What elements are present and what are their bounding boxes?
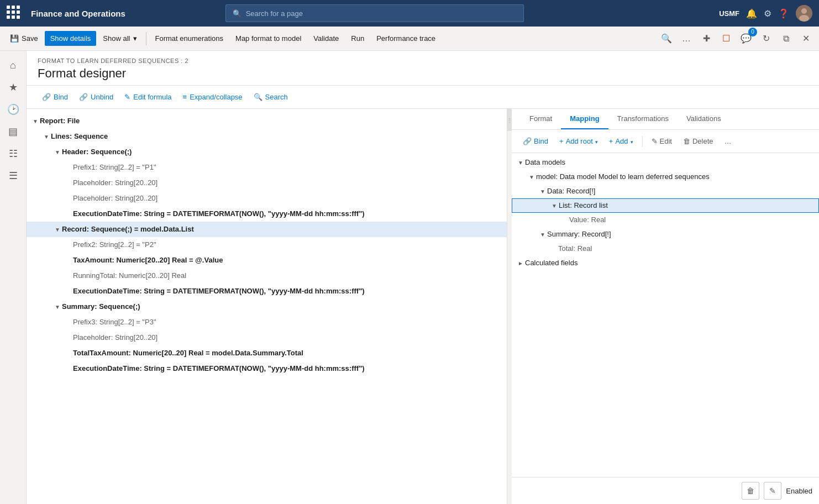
- notification-bell-icon[interactable]: 🔔: [746, 8, 757, 19]
- mapping-link-icon: 🔗: [523, 137, 532, 145]
- edit-formula-button[interactable]: ✎ Edit formula: [120, 90, 176, 104]
- refresh-icon[interactable]: ↻: [757, 30, 775, 48]
- sidebar-list-icon[interactable]: ☰: [3, 166, 23, 186]
- more-options-icon[interactable]: …: [678, 30, 695, 48]
- mapping-toggle-data-models[interactable]: ▼: [516, 158, 525, 167]
- validate-button[interactable]: Validate: [308, 31, 344, 46]
- tree-item-prefix3[interactable]: Prefix3: String[2..2] = "P3": [27, 314, 507, 330]
- puzzle-icon[interactable]: ✚: [697, 30, 715, 48]
- sidebar-favorites-icon[interactable]: ★: [3, 77, 23, 97]
- mapping-item-total-real[interactable]: Total: Real: [512, 242, 819, 256]
- mapping-add-label: Add: [615, 137, 628, 145]
- notifications-badge[interactable]: 💬 0: [737, 30, 755, 48]
- mapping-delete-button[interactable]: 🗑 Delete: [679, 134, 718, 148]
- user-avatar[interactable]: [796, 5, 812, 22]
- tree-toggle-record[interactable]: ▼: [53, 225, 62, 234]
- mapping-tree[interactable]: ▼ Data models ▼ model: Data model Model …: [512, 153, 819, 477]
- expand-collapse-button[interactable]: ≡ Expand/collapse: [179, 90, 247, 104]
- tree-item-execdt-summary[interactable]: ExecutionDateTime: String = DATETIMEFORM…: [27, 361, 507, 376]
- tree-item-execdt-header[interactable]: ExecutionDateTime: String = DATETIMEFORM…: [27, 206, 507, 222]
- open-new-icon[interactable]: ⧉: [777, 30, 795, 48]
- mapping-item-model[interactable]: ▼ model: Data model Model to learn defer…: [512, 170, 819, 184]
- global-search-input[interactable]: [246, 9, 517, 18]
- tree-item-report-file[interactable]: ▼ Report: File: [27, 113, 507, 129]
- search-designer-button[interactable]: 🔍 Search: [249, 90, 292, 104]
- tree-toggle-lines[interactable]: ▼: [42, 132, 51, 141]
- tree-item-lines-sequence[interactable]: ▼ Lines: Sequence: [27, 129, 507, 144]
- tab-validations[interactable]: Validations: [678, 109, 730, 129]
- svg-point-2: [799, 15, 809, 22]
- tab-mapping[interactable]: Mapping: [561, 109, 608, 129]
- show-all-label: Show all: [103, 34, 130, 43]
- format-enumerations-button[interactable]: Format enumerations: [150, 31, 229, 46]
- mapping-add-root-button[interactable]: + Add root: [555, 134, 602, 148]
- tree-toggle-totaltaxamount: [64, 349, 73, 358]
- close-icon[interactable]: ✕: [797, 30, 815, 48]
- toolbar-right-icons: 🔍 … ✚ ☐ 💬 0 ↻ ⧉ ✕: [658, 30, 815, 48]
- search-toolbar-icon[interactable]: 🔍: [658, 30, 675, 48]
- tab-format[interactable]: Format: [521, 109, 561, 129]
- sidebar-workspaces-icon[interactable]: ▤: [3, 122, 23, 141]
- save-button[interactable]: 💾 Save: [4, 31, 44, 46]
- tree-toggle-report[interactable]: ▼: [31, 117, 40, 125]
- mapping-toggle-calculated[interactable]: ►: [516, 259, 525, 267]
- mapping-item-list-record[interactable]: ▼ List: Record list: [512, 198, 819, 213]
- tree-item-taxamount[interactable]: TaxAmount: Numeric[20..20] Real = @.Valu…: [27, 253, 507, 268]
- tree-toggle-runningtotal: [64, 271, 73, 280]
- tree-label-report-file: Report: File: [40, 116, 80, 126]
- mapping-item-data-models[interactable]: ▼ Data models: [512, 155, 819, 170]
- mapping-label-total-real: Total: Real: [558, 244, 592, 254]
- tree-toggle-summary[interactable]: ▼: [53, 302, 62, 311]
- footer-edit-icon-button[interactable]: ✎: [764, 482, 781, 500]
- help-question-icon[interactable]: ❓: [778, 8, 789, 19]
- mapping-item-data-record[interactable]: ▼ Data: Record[!]: [512, 184, 819, 198]
- show-details-button[interactable]: Show details: [45, 31, 97, 46]
- mapping-toggle-list[interactable]: ▼: [550, 201, 559, 210]
- tree-item-record-sequence[interactable]: ▼ Record: Sequence(;) = model.Data.List: [27, 222, 507, 237]
- tree-item-prefix2[interactable]: Prefix2: String[2..2] = "P2": [27, 237, 507, 253]
- tree-item-header-sequence[interactable]: ▼ Header: Sequence(;): [27, 144, 507, 160]
- tab-transformations[interactable]: Transformations: [608, 109, 678, 129]
- performance-trace-button[interactable]: Performance trace: [371, 31, 441, 46]
- tree-toggle-placeholder2: [64, 194, 73, 203]
- mapping-item-value-real[interactable]: Value: Real: [512, 213, 819, 227]
- settings-gear-icon[interactable]: ⚙: [764, 8, 771, 19]
- split-drag-handle[interactable]: ⋮: [507, 109, 512, 131]
- map-format-to-model-button[interactable]: Map format to model: [230, 31, 307, 46]
- app-grid-icon[interactable]: [7, 6, 22, 21]
- mapping-toggle-data-record[interactable]: ▼: [538, 187, 547, 196]
- tree-item-placeholder-summary[interactable]: Placeholder: String[20..20]: [27, 330, 507, 345]
- sidebar-recent-icon[interactable]: 🕑: [3, 99, 23, 119]
- mapping-more-button[interactable]: …: [720, 134, 736, 148]
- validate-label: Validate: [313, 34, 339, 43]
- footer-delete-icon-button[interactable]: 🗑: [742, 482, 759, 500]
- unbind-button[interactable]: 🔗 Unbind: [75, 90, 118, 104]
- sidebar-home-icon[interactable]: ⌂: [3, 55, 23, 75]
- mapping-toggle-summary-record[interactable]: ▼: [538, 230, 547, 239]
- format-tree-pane[interactable]: ▼ Report: File ▼ Lines: Sequence ▼ Heade…: [27, 109, 507, 504]
- tree-item-placeholder2[interactable]: Placeholder: String[20..20]: [27, 191, 507, 206]
- tree-item-execdt-record[interactable]: ExecutionDateTime: String = DATETIMEFORM…: [27, 284, 507, 299]
- tree-item-placeholder1[interactable]: Placeholder: String[20..20]: [27, 175, 507, 191]
- search-icon: 🔍: [233, 9, 242, 18]
- svg-point-1: [801, 8, 807, 14]
- office-icon[interactable]: ☐: [717, 30, 735, 48]
- mapping-item-summary-record[interactable]: ▼ Summary: Record[!]: [512, 227, 819, 242]
- global-search[interactable]: 🔍: [225, 4, 524, 22]
- mapping-edit-label: Edit: [660, 137, 672, 145]
- tree-item-totaltaxamount[interactable]: TotalTaxAmount: Numeric[20..20] Real = m…: [27, 345, 507, 361]
- tree-item-summary-sequence[interactable]: ▼ Summary: Sequence(;): [27, 299, 507, 314]
- tree-label-totaltaxamount: TotalTaxAmount: Numeric[20..20] Real = m…: [73, 348, 303, 358]
- run-button[interactable]: Run: [345, 31, 370, 46]
- tree-toggle-header[interactable]: ▼: [53, 148, 62, 156]
- tree-item-prefix1[interactable]: Prefix1: String[2..2] = "P1": [27, 160, 507, 175]
- mapping-edit-button[interactable]: ✎ Edit: [647, 134, 676, 148]
- show-all-button[interactable]: Show all: [97, 31, 142, 46]
- mapping-add-button[interactable]: + Add: [605, 134, 638, 148]
- sidebar-filter-icon[interactable]: ☷: [3, 144, 23, 164]
- mapping-item-calculated-fields[interactable]: ► Calculated fields: [512, 256, 819, 270]
- tree-item-runningtotal[interactable]: RunningTotal: Numeric[20..20] Real: [27, 268, 507, 284]
- bind-button[interactable]: 🔗 Bind: [38, 90, 72, 104]
- mapping-bind-button[interactable]: 🔗 Bind: [518, 134, 553, 148]
- mapping-toggle-model[interactable]: ▼: [527, 172, 536, 181]
